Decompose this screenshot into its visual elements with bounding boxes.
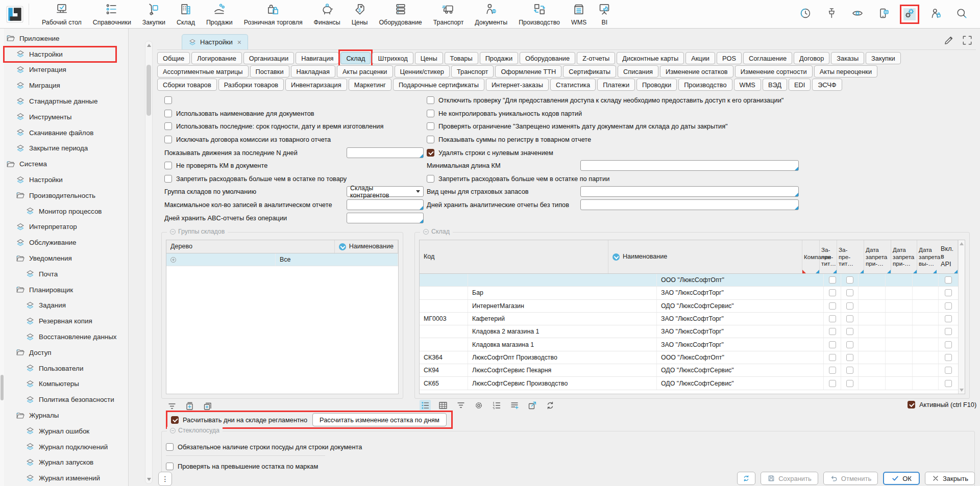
module-button[interactable]: Продажи (201, 0, 238, 28)
save-button[interactable]: Сохранить (761, 472, 818, 485)
grid-view-icon[interactable] (437, 400, 449, 411)
column-header[interactable]: Код (420, 240, 608, 273)
filter-icon[interactable] (455, 400, 467, 411)
scroll-down-icon[interactable] (147, 478, 151, 481)
more-actions-button[interactable]: ⋮ (158, 472, 172, 486)
restrict-date-cell[interactable] (913, 364, 939, 376)
table-row[interactable]: СК65 ЛюксСофтСервис Производство ОДО "Лю… (420, 377, 958, 390)
require-glass-row-checkbox[interactable] (166, 443, 174, 451)
sidebar-item[interactable]: Система (0, 156, 128, 172)
calc-days-checkbox[interactable] (171, 416, 179, 424)
sidebar-item[interactable]: Журналы (0, 407, 128, 423)
table-row[interactable]: Кладовка магазина 1 ЗАО "ЛюксСофтТорг" (420, 338, 958, 351)
no-batch-code-uniqueness-checkbox[interactable] (427, 110, 434, 117)
quick-action-button[interactable] (877, 8, 890, 20)
tab[interactable]: Заказы (831, 52, 864, 64)
min-km-length-input[interactable] (580, 160, 799, 171)
restrict-date-cell[interactable] (859, 364, 886, 376)
tab[interactable]: Договор (794, 52, 829, 64)
quick-action-button[interactable] (799, 8, 812, 20)
tab[interactable]: EDI (789, 79, 811, 91)
sidebar-item[interactable]: Уведомления (0, 250, 128, 266)
column-header[interactable]: Дерево (166, 240, 335, 253)
tab[interactable]: Акции (685, 52, 715, 64)
cancel-button[interactable]: Отменить (823, 472, 878, 485)
refresh-button[interactable] (737, 472, 755, 485)
tab[interactable]: Закупки (866, 52, 901, 64)
list-view-icon[interactable] (420, 400, 431, 411)
tab[interactable]: Производство (678, 79, 732, 91)
restrict-date-cell[interactable] (859, 274, 886, 286)
column-header[interactable]: Вкл. в API (937, 240, 958, 273)
tab[interactable]: Сертификаты (563, 65, 616, 78)
tab[interactable]: Разборки товаров (218, 79, 284, 91)
restrict-receipt-checkbox[interactable] (829, 315, 836, 322)
scroll-down-icon[interactable] (960, 389, 964, 392)
quick-action-button[interactable] (929, 8, 942, 20)
restrict-issue-checkbox[interactable] (846, 380, 853, 387)
restrict-issue-checkbox[interactable] (846, 289, 853, 296)
sidebar-item[interactable]: Политика безопасности (0, 392, 128, 407)
restrict-issue-checkbox[interactable] (846, 276, 853, 284)
sidebar-item[interactable]: Журнал запусков (0, 455, 128, 471)
default-warehouse-group-select[interactable]: Склады контрагентов (347, 186, 424, 197)
restrict-date-cell[interactable] (913, 377, 939, 389)
tab[interactable]: Оформление ТТН (495, 65, 561, 78)
use-last-expiry-checkbox[interactable] (164, 122, 172, 130)
no-km-check-checkbox[interactable] (164, 162, 172, 169)
sidebar-item[interactable]: Интерпретатор (0, 219, 128, 235)
restrict-date-cell[interactable] (859, 325, 886, 338)
sidebar-item[interactable]: Почта (0, 266, 128, 282)
tab[interactable]: Оборудование (520, 52, 575, 64)
show-movements-days-input[interactable] (347, 147, 424, 158)
sidebar-item[interactable]: Задания (0, 298, 128, 314)
app-logo[interactable] (5, 5, 24, 24)
add-row-icon[interactable] (509, 400, 520, 411)
numbered-list-icon[interactable] (491, 400, 502, 411)
sidebar-item[interactable]: Приложение (0, 31, 128, 46)
forbid-overspend-by-item-checkbox[interactable] (164, 175, 172, 183)
tab[interactable]: Навигация (296, 52, 339, 64)
tab[interactable]: ЭСЧФ (812, 79, 842, 91)
ok-button[interactable]: ОК (883, 472, 920, 485)
scroll-up-icon[interactable] (147, 44, 151, 47)
restrict-date-cell[interactable] (859, 351, 886, 364)
table-row[interactable]: Кладовка 2 магазина 1 ЗАО "ЛюксСофтТорг" (420, 325, 958, 338)
module-button[interactable]: Склад (171, 0, 201, 28)
restrict-date-cell[interactable] (886, 300, 913, 312)
column-header[interactable]: Дата запрета при-… (864, 240, 891, 273)
sidebar-item[interactable]: Журнал ошибок (0, 423, 128, 439)
module-button[interactable]: WMS (566, 0, 592, 28)
tab[interactable]: Акты расценки (337, 65, 393, 78)
table-row[interactable]: ООО "ЛюксСофтОпт" (420, 274, 958, 287)
restrict-issue-checkbox[interactable] (846, 315, 853, 322)
tab[interactable]: Ассортиментные матрицы (157, 65, 249, 78)
delete-zero-rows-checkbox[interactable] (427, 149, 434, 157)
column-header[interactable]: За- пре- тит… (837, 240, 864, 273)
module-button[interactable]: BI (592, 0, 617, 28)
allow-commission-other-depts-checkbox[interactable] (164, 96, 172, 104)
restrict-receipt-checkbox[interactable] (829, 380, 836, 387)
api-enabled-checkbox[interactable] (945, 354, 952, 361)
use-name-for-documents-checkbox[interactable] (164, 110, 172, 117)
restrict-date-cell[interactable] (886, 364, 913, 376)
restrict-issue-checkbox[interactable] (846, 328, 853, 335)
exclude-commission-contracts-checkbox[interactable] (164, 136, 172, 143)
restrict-receipt-checkbox[interactable] (829, 289, 836, 296)
tab[interactable]: Списания (618, 65, 658, 78)
tab[interactable]: Транспорт (451, 65, 494, 78)
module-button[interactable]: Финансы (308, 0, 346, 28)
check-date-restriction-checkbox[interactable] (427, 122, 434, 130)
table-row[interactable]: СК364 ЛюксСофтОпт Производство ООО "Люкс… (420, 351, 958, 364)
content-scrollbar[interactable] (145, 41, 153, 484)
sidebar-item[interactable]: Интеграция (0, 62, 128, 78)
tab[interactable]: POS (717, 52, 742, 64)
tab[interactable]: WMS (734, 79, 761, 91)
tab[interactable]: Накладная (291, 65, 335, 78)
api-enabled-checkbox[interactable] (945, 302, 952, 310)
tab[interactable]: Общие (157, 52, 190, 64)
tab[interactable]: Статистика (550, 79, 596, 91)
tab[interactable]: Товары (445, 52, 478, 64)
document-tab-settings[interactable]: Настройки × (182, 34, 248, 49)
quick-action-button[interactable] (825, 8, 838, 20)
